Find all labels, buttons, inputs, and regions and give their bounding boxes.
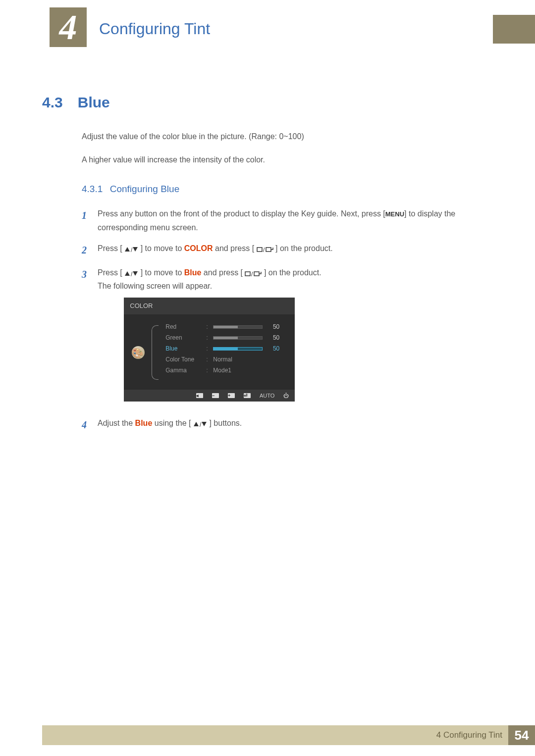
svg-text:/: / <box>251 271 253 277</box>
page-number: 54 <box>508 725 535 745</box>
svg-text:/: / <box>131 271 133 277</box>
colon: : <box>206 321 208 332</box>
page-content: 4.3 Blue Adjust the value of the color b… <box>42 94 493 441</box>
chapter-title: Configuring Tint <box>99 20 210 38</box>
svg-marker-2 <box>133 247 138 252</box>
osd-row-blue: Blue : 50 <box>165 343 287 354</box>
step-4: 4 Adjust the Blue using the [ / ] button… <box>82 416 493 433</box>
osd-row-red: Red : 50 <box>165 321 287 332</box>
section-heading: 4.3 Blue <box>42 94 493 111</box>
colon: : <box>206 354 208 365</box>
up-down-icon: / <box>124 270 138 277</box>
osd-row-gamma: Gamma : Mode1 <box>165 365 287 376</box>
power-icon: ⏻ <box>283 391 289 401</box>
footer-band: 4 Configuring Tint 54 <box>42 725 535 745</box>
color-word: COLOR <box>184 244 213 252</box>
osd-label: Green <box>165 333 201 343</box>
enter-source-icon: / <box>257 246 273 253</box>
chapter-number-box: 4 <box>50 7 87 47</box>
slider-icon <box>213 347 263 351</box>
bracket-icon <box>152 325 159 380</box>
osd-value: Normal <box>213 354 232 364</box>
section-number: 4.3 <box>42 94 63 111</box>
svg-rect-9 <box>245 272 250 276</box>
step-list: 1 Press any button on the front of the p… <box>82 207 493 433</box>
text: The following screen will appear. <box>98 282 212 290</box>
minus-icon: − <box>212 393 219 398</box>
svg-rect-11 <box>254 272 259 276</box>
text: ] on the product. <box>275 244 333 252</box>
footer-label: 4 Configuring Tint <box>436 730 502 740</box>
svg-rect-5 <box>266 248 271 252</box>
svg-marker-6 <box>125 271 130 276</box>
step-number: 2 <box>82 242 89 258</box>
subsection-title: Configuring Blue <box>110 184 179 194</box>
osd-label: Color Tone <box>165 354 201 364</box>
enter-icon: ⏎ <box>244 393 251 398</box>
up-down-icon: / <box>124 246 138 253</box>
text: Adjust the <box>98 419 135 427</box>
text: and press [ <box>201 268 243 277</box>
step-number: 4 <box>82 416 89 433</box>
intro-p2: A higher value will increase the intensi… <box>82 153 493 166</box>
text: Press [ <box>98 268 122 277</box>
svg-marker-8 <box>133 271 138 276</box>
step-2: 2 Press [ / ] to move to COLOR and press… <box>82 242 493 258</box>
colon: : <box>206 343 208 354</box>
text: Press [ <box>98 244 122 252</box>
svg-text:/: / <box>200 421 202 428</box>
step-number: 3 <box>82 266 89 409</box>
color-word: Blue <box>184 268 202 277</box>
text: Press any button on the front of the pro… <box>98 209 385 218</box>
osd-label: Red <box>165 322 201 332</box>
colon: : <box>206 332 208 343</box>
text: ] to move to <box>141 244 184 252</box>
osd-label: Blue <box>165 344 201 353</box>
step-3: 3 Press [ / ] to move to Blue and press … <box>82 266 493 409</box>
osd-value: Mode1 <box>213 365 231 375</box>
osd-screenshot: COLOR Red : 50 Green <box>124 298 295 402</box>
osd-list: Red : 50 Green : 50 <box>165 321 287 380</box>
intro-text: Adjust the value of the color blue in th… <box>82 130 493 166</box>
slider-icon <box>213 325 263 329</box>
osd-body: Red : 50 Green : 50 <box>124 314 295 390</box>
menu-label: MENU <box>385 210 404 218</box>
osd-value: 50 <box>268 333 279 343</box>
osd-value: 50 <box>268 344 279 353</box>
svg-text:/: / <box>131 247 133 253</box>
text: and press [ <box>213 244 255 252</box>
step-number: 1 <box>82 207 89 234</box>
step-text: Adjust the Blue using the [ / ] buttons. <box>98 416 242 433</box>
osd-label: Gamma <box>165 365 201 375</box>
slider-icon <box>213 336 263 340</box>
subsection-heading: 4.3.1 Configuring Blue <box>82 184 493 195</box>
osd-value: 50 <box>268 322 279 332</box>
step-text: Press any button on the front of the pro… <box>98 207 493 234</box>
section-title: Blue <box>78 94 110 111</box>
intro-p1: Adjust the value of the color blue in th… <box>82 130 493 143</box>
svg-marker-0 <box>125 247 130 252</box>
auto-label: AUTO <box>260 391 274 401</box>
up-down-icon: / <box>193 421 207 428</box>
svg-marker-14 <box>202 422 207 426</box>
osd-footer: ◂ − + ⏎ AUTO ⏻ <box>124 390 295 402</box>
svg-marker-12 <box>194 422 199 426</box>
text: ] on the product. <box>264 268 321 277</box>
enter-source-icon: / <box>245 270 262 277</box>
svg-rect-3 <box>257 248 262 252</box>
palette-icon <box>132 346 145 359</box>
osd-header: COLOR <box>124 298 295 314</box>
subsection-number: 4.3.1 <box>82 184 103 195</box>
text: using the [ <box>152 419 191 427</box>
back-icon: ◂ <box>196 393 203 398</box>
step-text: Press [ / ] to move to COLOR and press [… <box>98 242 333 258</box>
osd-row-green: Green : 50 <box>165 332 287 343</box>
text: ] to move to <box>141 268 184 277</box>
color-word: Blue <box>135 419 153 427</box>
step-text: Press [ / ] to move to Blue and press [ … <box>98 266 321 409</box>
colon: : <box>206 365 208 376</box>
step-1: 1 Press any button on the front of the p… <box>82 207 493 234</box>
plus-icon: + <box>228 393 235 398</box>
osd-row-color-tone: Color Tone : Normal <box>165 354 287 365</box>
svg-text:/: / <box>263 247 265 253</box>
